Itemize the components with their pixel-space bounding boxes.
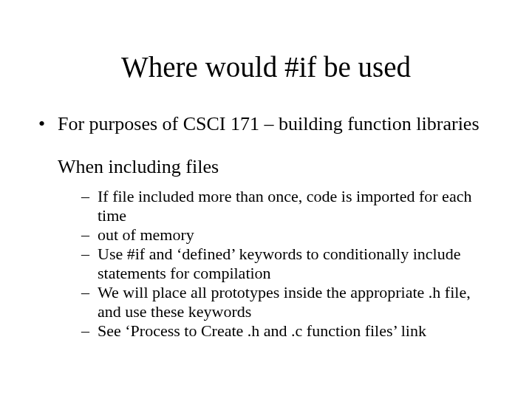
slide: Where would #if be used For purposes of … — [0, 50, 532, 399]
sub-bullet: We will place all prototypes inside the … — [81, 283, 495, 321]
sub-bullet: out of memory — [81, 225, 495, 245]
sub-bullet: See ‘Process to Create .h and .c functio… — [81, 321, 495, 341]
sub-bullet: Use #if and ‘defined’ keywords to condit… — [81, 245, 495, 283]
sub-bullet-list: If file included more than once, code is… — [81, 187, 495, 341]
slide-title: Where would #if be used — [0, 50, 532, 83]
bullet-main: For purposes of CSCI 171 – building func… — [37, 113, 495, 136]
sub-bullet: If file included more than once, code is… — [81, 187, 495, 225]
slide-body: For purposes of CSCI 171 – building func… — [37, 113, 495, 340]
bullet-list: For purposes of CSCI 171 – building func… — [37, 113, 495, 136]
slide-subheading: When including files — [58, 155, 495, 178]
